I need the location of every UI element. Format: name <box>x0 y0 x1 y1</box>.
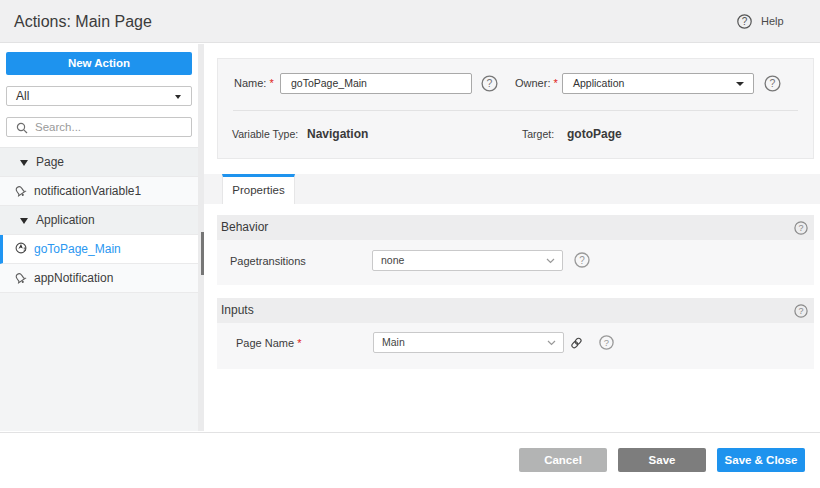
svg-text:?: ? <box>798 306 803 316</box>
svg-text:?: ? <box>604 337 609 348</box>
svg-text:?: ? <box>798 223 803 233</box>
svg-text:?: ? <box>487 77 493 89</box>
svg-text:?: ? <box>742 16 748 27</box>
svg-text:?: ? <box>770 77 776 89</box>
svg-text:?: ? <box>579 255 585 266</box>
